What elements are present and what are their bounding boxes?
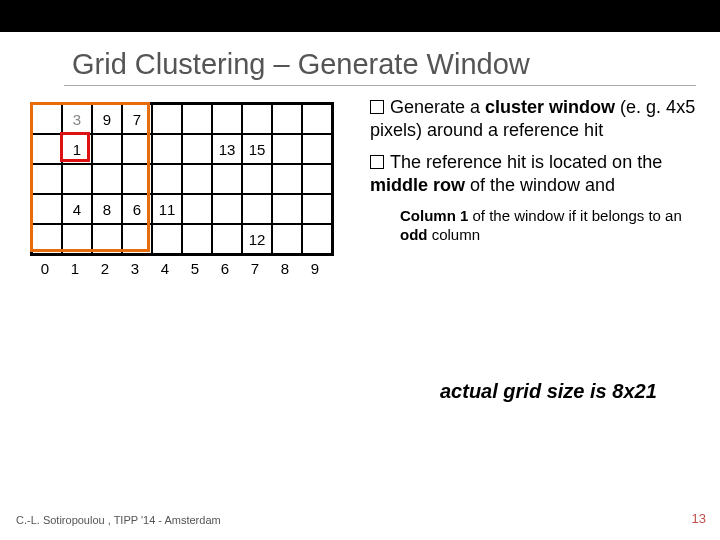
grid-cell <box>272 224 302 254</box>
grid-cell: 11 <box>152 194 182 224</box>
grid-cell <box>92 134 122 164</box>
grid-cell <box>302 194 332 224</box>
grid-cell <box>272 164 302 194</box>
grid-cell <box>302 164 332 194</box>
axis-label: 8 <box>270 260 300 277</box>
grid-cell <box>92 164 122 194</box>
grid-cell <box>302 134 332 164</box>
grid-cell <box>182 224 212 254</box>
grid-cell: 12 <box>242 224 272 254</box>
axis-label: 5 <box>180 260 210 277</box>
pixel-grid: 397113154861112 <box>30 102 334 256</box>
grid-cell <box>182 164 212 194</box>
axis-label: 9 <box>300 260 330 277</box>
grid-cell <box>152 164 182 194</box>
axis-label: 3 <box>120 260 150 277</box>
axis-label: 7 <box>240 260 270 277</box>
checkbox-icon <box>370 100 384 114</box>
axis-label: 4 <box>150 260 180 277</box>
grid-cell <box>62 224 92 254</box>
grid-cell <box>122 164 152 194</box>
grid-cell <box>122 224 152 254</box>
axis-label: 0 <box>30 260 60 277</box>
grid-cell: 4 <box>62 194 92 224</box>
grid-cell <box>272 194 302 224</box>
grid-cell <box>242 164 272 194</box>
grid-cell <box>32 134 62 164</box>
grid-cell <box>212 164 242 194</box>
grid-cell <box>62 164 92 194</box>
grid-cell <box>152 104 182 134</box>
slide-title: Grid Clustering – Generate Window <box>72 48 720 81</box>
sub-bullet-1: Column 1 of the window if it belongs to … <box>400 206 710 245</box>
grid-cell: 6 <box>122 194 152 224</box>
grid-cell: 8 <box>92 194 122 224</box>
grid-cell <box>272 104 302 134</box>
grid-cell <box>182 194 212 224</box>
grid-cell: 3 <box>62 104 92 134</box>
grid-cell: 7 <box>122 104 152 134</box>
column-axis-labels: 0123456789 <box>30 260 342 277</box>
axis-label: 2 <box>90 260 120 277</box>
grid-cell: 1 <box>62 134 92 164</box>
grid-cell <box>242 194 272 224</box>
grid-cell <box>122 134 152 164</box>
bullet-1: Generate a cluster window (e. g. 4x5 pix… <box>370 96 710 143</box>
grid-cell <box>32 224 62 254</box>
grid-cell <box>182 134 212 164</box>
grid-cell <box>302 224 332 254</box>
note-actual-grid-size: actual grid size is 8x21 <box>440 380 657 403</box>
top-black-bar <box>0 0 720 32</box>
grid-cell: 9 <box>92 104 122 134</box>
grid-cell <box>152 224 182 254</box>
grid-figure: 397113154861112 0123456789 <box>24 96 342 277</box>
sub-bullet-1-text: Column 1 of the window if it belongs to … <box>400 207 682 244</box>
grid-cell <box>212 224 242 254</box>
grid-cell <box>32 104 62 134</box>
axis-label: 1 <box>60 260 90 277</box>
grid-cell <box>242 104 272 134</box>
bullet-2-text: The reference hit is located on the midd… <box>370 152 662 195</box>
footer-text: C.-L. Sotiropoulou , TIPP '14 - Amsterda… <box>16 514 221 526</box>
grid-cell <box>272 134 302 164</box>
checkbox-icon <box>370 155 384 169</box>
grid-cell <box>212 194 242 224</box>
grid-cell <box>32 164 62 194</box>
grid-cell <box>302 104 332 134</box>
bullet-2: The reference hit is located on the midd… <box>370 151 710 198</box>
bullet-list: Generate a cluster window (e. g. 4x5 pix… <box>370 96 710 245</box>
grid-cell <box>92 224 122 254</box>
grid-cell <box>212 104 242 134</box>
grid-cell: 15 <box>242 134 272 164</box>
title-underline <box>64 85 696 86</box>
bullet-1-text: Generate a cluster window (e. g. 4x5 pix… <box>370 97 695 140</box>
grid-cell <box>32 194 62 224</box>
axis-label: 6 <box>210 260 240 277</box>
page-number: 13 <box>692 511 706 526</box>
grid-cell <box>182 104 212 134</box>
grid-cell: 13 <box>212 134 242 164</box>
grid-cell <box>152 134 182 164</box>
